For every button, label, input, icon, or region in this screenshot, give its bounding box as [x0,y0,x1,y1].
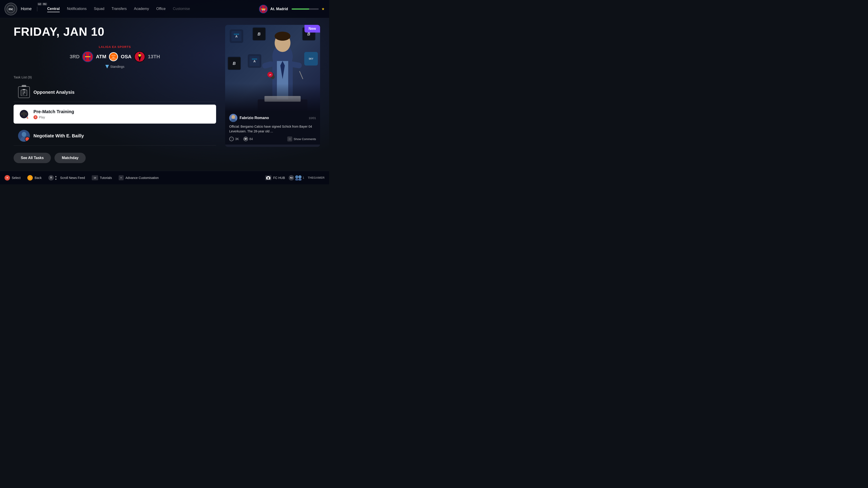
task-title-bailly: Negotiate With E. Bailly [33,133,84,138]
task-opponent-analysis[interactable]: Opponent Analysis [13,83,216,102]
svg-point-70 [295,178,298,181]
task-title-analysis: Opponent Analysis [33,90,74,95]
svg-line-56 [300,71,303,79]
serie-a-logo-icon: SERIE A [230,29,243,43]
home-label: Home [21,6,37,11]
svg-rect-68 [268,176,269,177]
scroll-arrows-icon: ▲ ▼ [55,175,57,181]
news-footer: Fabrizio Romano 10/01 Official: Bergamo … [225,111,320,144]
select-label: Select [12,176,21,180]
rep-bar-fill [291,8,309,10]
bottom-bar: ✕ Select ○ Back R ▲ ▼ Scroll News Feed 1… [0,171,329,184]
menu-button-icon: ≡ [119,175,124,180]
club-name: At. Madrid [270,7,288,11]
nav-transfers[interactable]: Transfers [112,6,127,12]
match-row: 3RD ATM LALIGA EA [13,51,216,62]
nav-customise[interactable]: Customise [173,6,190,12]
matchday-button[interactable]: Matchday [55,153,86,163]
svg-point-67 [268,177,269,178]
bild3-logo-icon: B [227,57,241,70]
task-subtitle-training: ✕ Play [33,115,74,119]
nav-squad[interactable]: Squad [94,6,104,12]
player-count: 1 [303,176,304,180]
comment-action[interactable]: 💬 84 [243,137,253,141]
away-rank: 13TH [148,54,160,60]
fc-hub-label: FC HUB [273,176,285,180]
task-pre-match-training[interactable]: Pre-Match Training ✕ Play [13,105,216,124]
nav-notifications[interactable]: Notifications [67,6,87,12]
svg-text:ATM: ATM [262,9,265,11]
main-content: FRIDAY, JAN 10 LALIGA EA SPORTS 3RD ATM [0,18,329,171]
svg-rect-10 [85,56,90,57]
svg-point-22 [23,93,24,94]
task-list-header: Task List (9) [13,75,216,79]
match-info: LALIGA EA SPORTS 3RD ATM [13,45,216,68]
x-button: ✕ [4,175,10,181]
star-icon: ★ [321,7,324,11]
news-actions: ♡ 3K 💬 84 □ Show Comments [229,136,316,141]
date-heading: FRIDAY, JAN 10 [13,25,216,38]
svg-text:SKY: SKY [309,58,313,60]
select-action[interactable]: ✕ Select [4,175,21,181]
author-avatar [229,114,237,122]
advance-customisation-label: Advance Customisation [125,176,159,180]
like-count: 3K [235,137,239,141]
task-details-analysis: Opponent Analysis [33,90,74,95]
news-author-row: Fabrizio Romano 10/01 [229,114,316,122]
news-text: Official: Bergamo Calcio have signed Sch… [229,124,316,134]
svg-text:B: B [232,61,236,66]
like-action[interactable]: ♡ 3K [229,137,239,141]
task-negotiate-bailly[interactable]: Negotiate With E. Bailly [13,126,216,145]
task-details-bailly: Negotiate With E. Bailly [33,133,84,138]
svg-text:LALIGA: LALIGA [112,55,116,56]
nav-central[interactable]: Central [47,6,60,12]
nav-office[interactable]: Office [156,6,166,12]
fc-hub-action[interactable]: FC HUB [265,175,285,180]
show-comments-button[interactable]: □ Show Comments [287,136,316,141]
nav-academy[interactable]: Academy [134,6,149,12]
nav-right: ATM At. Madrid ★ [259,5,324,13]
svg-rect-30 [27,118,28,119]
left-panel: FRIDAY, JAN 10 LALIGA EA SPORTS 3RD ATM [13,25,216,166]
club-badge-icon: ATM [259,5,268,13]
svg-text:mc: mc [8,7,13,11]
advance-customisation-action[interactable]: ≡ Advance Customisation [119,175,159,180]
r-button: R [49,175,54,181]
svg-text:EA: EA [112,57,115,58]
news-image: SERIE A B [225,25,320,111]
home-rank: 3RD [70,54,80,60]
comment-icon: 💬 [243,137,248,141]
back-label: Back [35,176,41,180]
tutorials-icon: 13 [92,175,98,180]
show-comments-icon: □ [287,136,292,141]
svg-point-69 [295,175,298,178]
scroll-news-feed-action[interactable]: R ▲ ▼ Scroll News Feed [49,175,85,181]
heart-icon: ♡ [229,137,234,141]
camera-icon [265,175,272,180]
action-buttons: See All Tasks Matchday [13,153,216,163]
mc-logo: mc [4,3,17,15]
author-name: Fabrizio Romano [240,116,269,120]
circle-button: ○ [27,175,33,181]
news-date: 10/01 [309,116,316,120]
svg-point-71 [298,175,302,178]
svg-text:A: A [235,35,238,38]
svg-text:A: A [253,59,256,63]
navigation-bar: mc Home L2 R1 Central Notifications Squa… [0,0,329,18]
standings-button[interactable]: Standings [13,65,216,68]
task-title-training: Pre-Match Training [33,109,74,114]
see-all-tasks-button[interactable]: See All Tasks [13,153,51,163]
news-card[interactable]: SERIE A B [225,25,320,147]
laliga-badge: LALIGA EA SPORTS [109,52,118,61]
tutorials-action[interactable]: 13 Tutorials [92,175,112,180]
back-action[interactable]: ○ Back [27,175,41,181]
news-image-gradient [225,84,320,111]
league-name: LALIGA EA SPORTS [13,45,216,48]
rep-bar-track [291,8,319,10]
news-feed-panel: SERIE A B [225,25,320,166]
svg-point-32 [22,132,26,137]
bottom-right: FC HUB R2 1 THEGAMER [265,175,324,181]
player-icons [295,175,302,181]
nav-links: Central Notifications Squad Transfers Ac… [43,6,259,12]
reputation-bar [291,8,319,10]
